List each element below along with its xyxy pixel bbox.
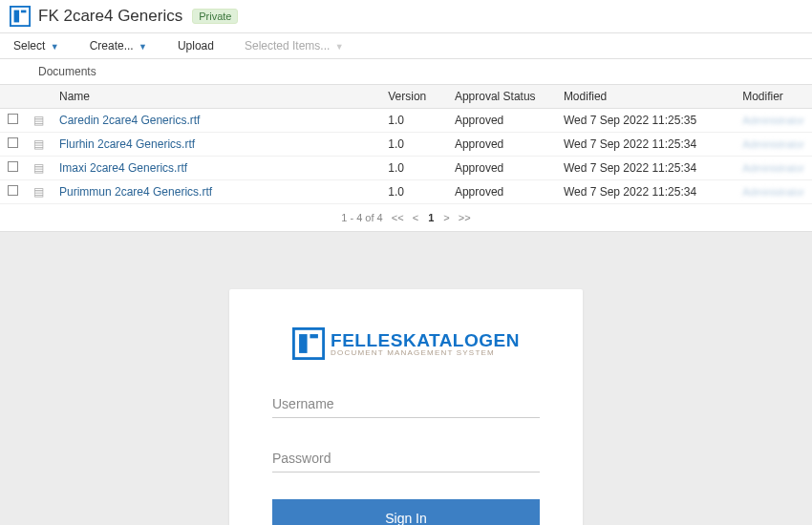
pagination: 1 - 4 of 4 << < 1 > >>	[0, 204, 812, 232]
breadcrumb: Documents	[0, 59, 812, 84]
document-link[interactable]: Caredin 2care4 Generics.rtf	[59, 114, 200, 127]
column-checkbox	[0, 85, 26, 109]
pagination-last[interactable]: >>	[459, 212, 471, 223]
row-checkbox[interactable]	[8, 114, 18, 124]
header: FK 2care4 Generics Private	[0, 0, 812, 33]
brand-name: FELLESKATALOGEN	[331, 331, 520, 349]
document-link[interactable]: Purimmun 2care4 Generics.rtf	[59, 185, 212, 199]
cell-status: Approved	[447, 133, 556, 157]
cell-version: 1.0	[380, 157, 447, 180]
select-menu[interactable]: Select ▼	[13, 39, 59, 52]
cell-modified: Wed 7 Sep 2022 11:25:34	[556, 157, 735, 180]
column-version[interactable]: Version	[380, 85, 447, 109]
cell-modifier: Administrator	[735, 109, 812, 133]
password-field[interactable]	[272, 445, 540, 472]
pagination-range: 1 - 4 of 4	[341, 212, 382, 223]
cell-version: 1.0	[380, 133, 447, 157]
cell-modified: Wed 7 Sep 2022 11:25:34	[556, 133, 735, 157]
document-link[interactable]: Flurhin 2care4 Generics.rtf	[59, 137, 195, 151]
cell-version: 1.0	[380, 109, 447, 133]
table-header-row: Name Version Approval Status Modified Mo…	[0, 85, 812, 109]
cell-modifier: Administrator	[735, 133, 812, 157]
selected-items-label: Selected Items...	[245, 39, 330, 52]
svg-rect-4	[299, 334, 308, 353]
table-row: ▤Caredin 2care4 Generics.rtf1.0ApprovedW…	[0, 109, 812, 133]
pagination-first[interactable]: <<	[392, 212, 404, 223]
row-checkbox[interactable]	[8, 185, 18, 196]
svg-rect-3	[293, 328, 323, 358]
create-label: Create...	[90, 39, 134, 52]
pagination-prev[interactable]: <	[413, 212, 418, 223]
pagination-next[interactable]: >	[443, 212, 449, 223]
chevron-down-icon: ▼	[335, 42, 344, 52]
table-row: ▤Purimmun 2care4 Generics.rtf1.0Approved…	[0, 180, 812, 204]
signin-button[interactable]: Sign In	[272, 499, 540, 525]
selected-items-menu: Selected Items... ▼	[245, 39, 344, 52]
row-checkbox[interactable]	[8, 161, 18, 172]
pagination-current: 1	[428, 212, 434, 223]
username-field[interactable]	[272, 390, 540, 418]
toolbar: Select ▼ Create... ▼ Upload Selected Ite…	[0, 33, 812, 59]
column-icon	[26, 85, 52, 109]
column-modifier[interactable]: Modifier	[735, 85, 812, 109]
login-logo: FELLESKATALOGEN DOCUMENT MANAGEMENT SYST…	[272, 327, 540, 360]
create-menu[interactable]: Create... ▼	[90, 39, 147, 52]
brand-logo-icon	[292, 327, 325, 360]
cell-modified: Wed 7 Sep 2022 11:25:35	[556, 109, 735, 133]
column-modified[interactable]: Modified	[556, 85, 735, 109]
chevron-down-icon: ▼	[139, 42, 147, 52]
documents-table: Name Version Approval Status Modified Mo…	[0, 84, 812, 204]
table-row: ▤Imaxi 2care4 Generics.rtf1.0ApprovedWed…	[0, 157, 812, 180]
svg-rect-2	[21, 10, 26, 13]
column-approval-status[interactable]: Approval Status	[447, 85, 556, 109]
svg-rect-0	[11, 7, 30, 26]
document-icon: ▤	[33, 185, 44, 199]
cell-modified: Wed 7 Sep 2022 11:25:34	[556, 180, 735, 204]
cell-status: Approved	[447, 180, 556, 204]
cell-version: 1.0	[380, 180, 447, 204]
login-background: FELLESKATALOGEN DOCUMENT MANAGEMENT SYST…	[0, 232, 812, 525]
chevron-down-icon: ▼	[51, 42, 59, 52]
svg-rect-1	[14, 10, 19, 23]
brand-subtitle: DOCUMENT MANAGEMENT SYSTEM	[331, 349, 520, 357]
cell-status: Approved	[447, 157, 556, 180]
document-link[interactable]: Imaxi 2care4 Generics.rtf	[59, 161, 187, 175]
cell-status: Approved	[447, 109, 556, 133]
select-label: Select	[13, 39, 45, 52]
table-row: ▤Flurhin 2care4 Generics.rtf1.0ApprovedW…	[0, 133, 812, 157]
svg-rect-5	[310, 334, 318, 338]
document-icon: ▤	[33, 114, 44, 127]
document-icon: ▤	[33, 161, 44, 175]
document-icon: ▤	[33, 137, 44, 151]
page-title: FK 2care4 Generics	[38, 7, 182, 26]
upload-button[interactable]: Upload	[178, 39, 214, 52]
app-logo-icon	[10, 6, 31, 27]
row-checkbox[interactable]	[8, 137, 18, 148]
cell-modifier: Administrator	[735, 180, 812, 204]
login-card: FELLESKATALOGEN DOCUMENT MANAGEMENT SYST…	[229, 289, 583, 525]
cell-modifier: Administrator	[735, 157, 812, 180]
column-name[interactable]: Name	[52, 85, 380, 109]
private-badge: Private	[192, 9, 238, 24]
